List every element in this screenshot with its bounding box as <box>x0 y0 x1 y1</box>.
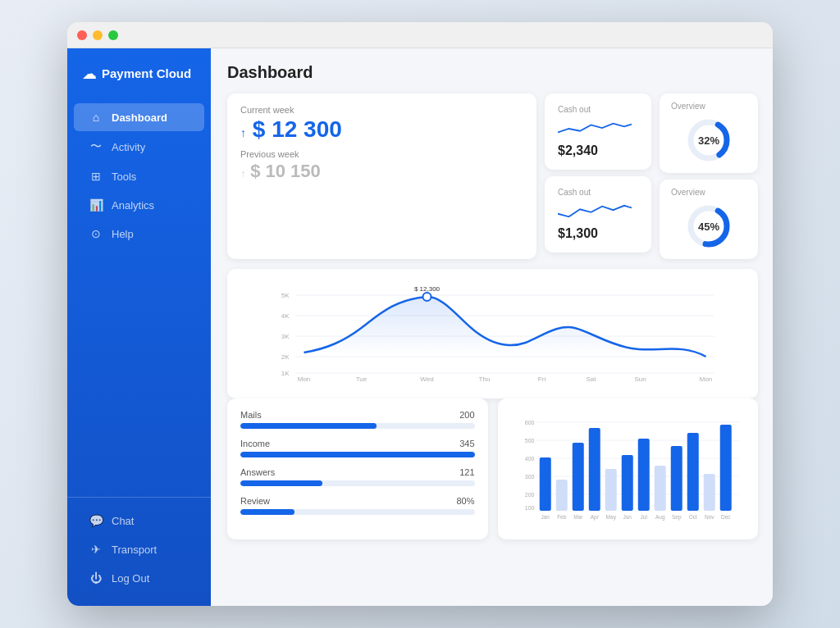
logo: ☁ Payment Cloud <box>67 65 211 102</box>
tools-icon: ⊞ <box>89 170 103 183</box>
svg-text:Jun: Jun <box>623 514 632 520</box>
right-small-cards: Cash out $2,340 Cash out <box>545 93 651 259</box>
bar-fill <box>240 452 475 457</box>
previous-week-amount: ↑ $ 10 150 <box>240 161 523 182</box>
current-week-card: Current week ↑ $ 12 300 Previous week ↑ … <box>227 93 536 259</box>
svg-point-14 <box>423 293 431 301</box>
app-body: ☁ Payment Cloud ⌂ Dashboard 〜 Activity ⊞… <box>67 48 773 606</box>
bar-item-label: Review <box>240 496 270 506</box>
svg-text:600: 600 <box>524 420 534 425</box>
bar-track <box>240 423 475 429</box>
bar-chart-card: 600 500 400 300 200 100 <box>498 398 759 539</box>
sidebar-item-label: Log Out <box>112 572 149 585</box>
svg-rect-39 <box>572 443 583 511</box>
svg-text:Thu: Thu <box>479 375 491 383</box>
bar-track <box>240 480 475 486</box>
cash-out-2-label: Cash out <box>558 188 638 197</box>
svg-text:Mon: Mon <box>700 375 713 383</box>
sidebar-item-label: Chat <box>112 515 134 527</box>
sidebar-item-logout[interactable]: ⏻ Log Out <box>74 564 204 592</box>
svg-rect-55 <box>703 474 714 511</box>
svg-text:200: 200 <box>524 492 534 498</box>
sidebar-item-chat[interactable]: 💬 Chat <box>74 507 204 535</box>
bar-item-value: 121 <box>459 467 474 477</box>
close-button[interactable] <box>77 30 87 40</box>
cash-out-2-mini-chart <box>558 200 638 223</box>
svg-text:Dec: Dec <box>720 514 730 520</box>
sidebar-item-analytics[interactable]: 📊 Analytics <box>74 191 204 219</box>
cash-out-card-1: Cash out $2,340 <box>545 93 651 170</box>
page-title: Dashboard <box>227 63 758 82</box>
svg-text:300: 300 <box>524 474 534 480</box>
svg-text:Sun: Sun <box>634 375 646 383</box>
sidebar-item-label: Activity <box>112 141 145 153</box>
svg-text:Aug: Aug <box>655 514 664 521</box>
svg-text:500: 500 <box>524 438 534 444</box>
svg-rect-41 <box>588 428 600 511</box>
bar-list-item-review: Review 80% <box>240 496 475 515</box>
sidebar-item-tools[interactable]: ⊞ Tools <box>74 162 204 190</box>
bar-list-item-answers: Answers 121 <box>240 467 475 486</box>
svg-text:1K: 1K <box>281 370 290 377</box>
svg-text:Nov: Nov <box>704 514 714 520</box>
overview-2-pct: 45% <box>698 221 719 233</box>
chat-icon: 💬 <box>89 514 103 527</box>
sidebar-item-transport[interactable]: ✈ Transport <box>74 535 204 563</box>
transport-icon: ✈ <box>89 543 103 556</box>
cash-out-2-amount: $1,300 <box>558 226 638 241</box>
overview-1-pct: 32% <box>698 134 719 147</box>
bar-item-label: Answers <box>240 467 275 477</box>
previous-week-label: Previous week <box>240 149 523 159</box>
bar-fill <box>240 480 322 486</box>
sidebar-item-dashboard[interactable]: ⌂ Dashboard <box>74 103 204 131</box>
browser-window: ☁ Payment Cloud ⌂ Dashboard 〜 Activity ⊞… <box>67 22 773 606</box>
sidebar-nav: ⌂ Dashboard 〜 Activity ⊞ Tools 📊 Analyti… <box>67 102 211 497</box>
sidebar-item-label: Dashboard <box>112 111 167 124</box>
cash-out-1-mini-chart <box>558 117 638 140</box>
cash-out-card-2: Cash out $1,300 <box>545 176 651 253</box>
right-overview-cards: Overview 32% Overview <box>660 93 758 259</box>
minimize-button[interactable] <box>93 30 103 40</box>
svg-text:Fri: Fri <box>538 375 546 383</box>
svg-text:Mar: Mar <box>573 514 583 520</box>
svg-text:2K: 2K <box>281 353 290 361</box>
current-week-label: Current week <box>240 105 523 115</box>
svg-rect-47 <box>637 439 649 511</box>
sidebar-item-activity[interactable]: 〜 Activity <box>74 132 204 162</box>
bar-item-label: Mails <box>240 410 262 420</box>
sidebar-item-help[interactable]: ⊙ Help <box>74 220 204 248</box>
bottom-row: Mails 200 Income 345 <box>227 398 758 539</box>
current-week-amount: ↑ $ 12 300 <box>240 116 523 143</box>
svg-rect-45 <box>621 455 632 511</box>
overview-2-label: Overview <box>671 188 705 197</box>
svg-rect-49 <box>654 466 665 511</box>
sidebar-item-label: Tools <box>112 171 136 183</box>
svg-text:$ 12,300: $ 12,300 <box>414 285 441 293</box>
bar-item-value: 345 <box>459 439 474 448</box>
sidebar-item-label: Analytics <box>112 199 154 212</box>
help-icon: ⊙ <box>89 227 103 240</box>
browser-titlebar <box>67 22 773 48</box>
bar-fill <box>240 423 377 429</box>
bar-list-card: Mails 200 Income 345 <box>227 398 488 539</box>
svg-text:Oct: Oct <box>688 514 696 520</box>
sidebar-bottom: 💬 Chat ✈ Transport ⏻ Log Out <box>67 497 211 593</box>
svg-rect-43 <box>605 469 616 511</box>
svg-text:Jul: Jul <box>640 514 647 520</box>
overview-card-2: Overview 45% <box>660 180 758 259</box>
home-icon: ⌂ <box>89 111 103 124</box>
svg-rect-35 <box>539 457 550 511</box>
svg-text:Jan: Jan <box>541 514 550 520</box>
overview-1-donut: 32% <box>684 116 733 165</box>
svg-rect-53 <box>687 433 698 511</box>
logout-icon: ⏻ <box>89 571 103 585</box>
sidebar: ☁ Payment Cloud ⌂ Dashboard 〜 Activity ⊞… <box>67 48 211 606</box>
overview-1-label: Overview <box>671 102 705 111</box>
svg-text:100: 100 <box>524 505 534 511</box>
sidebar-item-label: Transport <box>112 544 157 556</box>
bar-item-value: 80% <box>456 496 474 506</box>
maximize-button[interactable] <box>108 30 118 40</box>
svg-text:Tue: Tue <box>356 375 368 383</box>
svg-text:400: 400 <box>524 456 534 462</box>
bar-list-item-mails: Mails 200 <box>240 410 475 429</box>
